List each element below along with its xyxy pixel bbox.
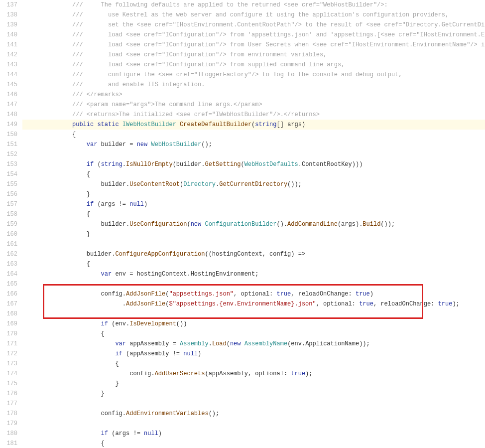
token: ( [227,340,230,347]
line-number: 163 [0,259,17,269]
line-number: 171 [0,339,17,349]
token [72,340,115,347]
code-line: var appAssembly = Assembly.Load(new Asse… [22,339,485,349]
token: ) [144,201,147,208]
code-line: .AddJsonFile($"appsettings.{env.Environm… [22,299,485,309]
token: (). [276,221,287,228]
token: AddUserSecrets [155,370,205,377]
token: Load [212,340,227,347]
code-area[interactable]: /// The following defaults are applied t… [22,0,485,448]
token [72,201,87,208]
token: config. [72,410,126,417]
token: (appAssembly != [122,350,183,357]
token: (builder. [173,161,205,168]
code-line: public static IWebHostBuilder CreateDefa… [22,120,485,130]
token: var [115,340,126,347]
code-line: builder.ConfigureAppConfiguration((hosti… [22,249,485,259]
code-line: /// load <see cref="IConfiguration"/> fr… [22,40,485,50]
token: (appAssembly, optional: [205,370,291,377]
token: "appsettings.json" [169,291,234,298]
line-number: 142 [0,50,17,60]
code-line: { [22,329,485,339]
token: /// load <see cref="IConfiguration"/> fr… [72,41,485,48]
line-number: 153 [0,159,17,169]
token: (args != [94,201,129,208]
token: null [183,350,198,357]
token [72,430,101,437]
token [72,141,87,148]
code-line: { [22,359,485,369]
token: /// load <see cref="IConfiguration"/> fr… [72,31,485,38]
code-line [22,309,485,319]
token: true [359,300,373,307]
token [119,121,122,128]
token: var [87,141,98,148]
token: null [129,201,144,208]
line-number: 158 [0,209,17,219]
token [72,161,87,168]
token: if [101,430,108,437]
token: true [356,291,370,298]
token: config. [72,370,155,377]
code-line: { [22,259,485,269]
token: AssemblyName [244,340,287,347]
code-line: /// load <see cref="IConfiguration"/> fr… [22,50,485,60]
token: ( [94,161,101,168]
token: ) [158,430,162,437]
code-line: /// The following defaults are applied t… [22,0,485,10]
line-number-gutter: 1371381391401411421431441451461471481491… [0,0,22,448]
code-line [22,279,485,289]
token: ((hostingContext, config) => [205,251,305,258]
token: /// set the <see cref="IHostEnvironment.… [72,21,485,28]
line-number: 175 [0,379,17,389]
token: { [72,211,90,218]
token: } [72,390,105,397]
token: } [72,231,90,238]
token: builder. [72,251,115,258]
token: ); [305,370,312,377]
line-number: 172 [0,349,17,359]
line-number: 176 [0,389,17,399]
code-line: var builder = new WebHostBuilder(); [22,140,485,149]
token: ( [187,221,190,228]
token: IsDevelopment [129,320,176,327]
token: /// </remarks> [72,91,122,98]
token: /// configure the <see cref="ILoggerFact… [72,71,402,78]
line-number: 169 [0,319,17,329]
token: (args != [108,430,144,437]
line-number: 177 [0,399,17,409]
token: if [115,350,122,357]
token: , optional: [316,300,359,307]
token: .ContentRootKey))) [298,161,363,168]
line-number: 157 [0,199,17,209]
token: true [438,300,453,307]
line-number: 156 [0,189,17,199]
token: , optional: [234,291,276,298]
token: /// <param name="args">The command line … [72,101,262,108]
token: AddJsonFile [126,291,165,298]
token: /// The following defaults are applied t… [72,1,388,8]
code-line: /// use Kestrel as the web server and co… [22,10,485,20]
token: } [72,191,90,198]
token: { [72,131,76,138]
token: GetCurrentDirectory [219,181,287,188]
code-line: /// <returns>The initialized <see cref="… [22,110,485,120]
token: WebHostDefaults [244,161,298,168]
token: ) [370,291,373,298]
token: if [87,201,94,208]
token: string [255,121,276,128]
token: Build [363,221,380,228]
token: { [72,360,119,367]
token: /// use Kestrel as the web server and co… [72,11,449,18]
token: if [87,161,94,168]
line-number: 180 [0,429,17,439]
code-line: if (args != null) [22,429,485,439]
token: var [101,271,112,278]
token: GetSetting [205,161,241,168]
token: CreateDefaultBuilder [180,121,251,128]
token: . [72,300,126,307]
line-number: 179 [0,419,17,429]
line-number: 178 [0,409,17,419]
line-number: 138 [0,10,17,20]
code-editor: 1371381391401411421431441451461471481491… [0,0,485,448]
